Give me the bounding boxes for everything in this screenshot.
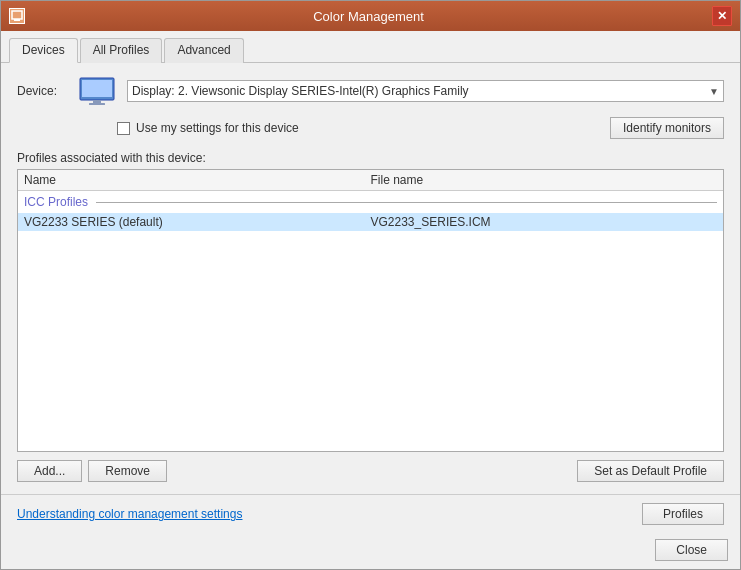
window-title: Color Management (25, 9, 712, 24)
device-row: Device: Display: 2. Viewsonic Display SE… (17, 75, 724, 107)
left-buttons: Add... Remove (17, 460, 167, 482)
svg-rect-0 (12, 11, 22, 19)
set-default-button[interactable]: Set as Default Profile (577, 460, 724, 482)
profile-name: VG2233 SERIES (default) (24, 215, 371, 229)
checkbox-group: Use my settings for this device (117, 121, 299, 135)
close-button[interactable]: Close (655, 539, 728, 561)
icc-group-header: ICC Profiles (18, 191, 723, 213)
close-window-button[interactable]: ✕ (712, 6, 732, 26)
footer-bar: Close (1, 533, 740, 569)
col-name-header: Name (24, 173, 371, 187)
title-bar: Color Management ✕ (1, 1, 740, 31)
window-icon (9, 8, 25, 24)
dropdown-arrow-icon: ▼ (709, 86, 719, 97)
profiles-section-label: Profiles associated with this device: (17, 151, 724, 165)
color-management-window: Color Management ✕ Devices All Profiles … (0, 0, 741, 570)
device-dropdown-text: Display: 2. Viewsonic Display SERIES-Int… (132, 84, 705, 98)
use-my-settings-label: Use my settings for this device (136, 121, 299, 135)
profiles-table: Name File name ICC Profiles VG2233 SERIE… (17, 169, 724, 452)
action-buttons-row: Add... Remove Set as Default Profile (17, 460, 724, 482)
svg-rect-3 (82, 80, 112, 97)
tab-all-profiles[interactable]: All Profiles (80, 38, 163, 63)
monitor-icon (77, 75, 117, 107)
identify-monitors-button[interactable]: Identify monitors (610, 117, 724, 139)
svg-rect-5 (89, 103, 105, 105)
profiles-section: Profiles associated with this device: Na… (17, 151, 724, 482)
table-row[interactable]: VG2233 SERIES (default) VG2233_SERIES.IC… (18, 213, 723, 231)
device-dropdown[interactable]: Display: 2. Viewsonic Display SERIES-Int… (127, 80, 724, 102)
table-header: Name File name (18, 170, 723, 191)
remove-button[interactable]: Remove (88, 460, 167, 482)
tab-devices[interactable]: Devices (9, 38, 78, 63)
svg-rect-1 (14, 19, 20, 21)
checkbox-row: Use my settings for this device Identify… (17, 117, 724, 139)
window-content: Devices All Profiles Advanced Device: (1, 31, 740, 569)
add-button[interactable]: Add... (17, 460, 82, 482)
tab-advanced[interactable]: Advanced (164, 38, 243, 63)
profile-filename: VG2233_SERIES.ICM (371, 215, 718, 229)
svg-rect-4 (93, 100, 101, 103)
col-filename-header: File name (371, 173, 718, 187)
tab-bar: Devices All Profiles Advanced (1, 31, 740, 63)
main-panel: Device: Display: 2. Viewsonic Display SE… (1, 63, 740, 494)
device-label: Device: (17, 84, 67, 98)
icc-group-label: ICC Profiles (24, 195, 88, 209)
bottom-bar: Understanding color management settings … (1, 494, 740, 533)
use-my-settings-checkbox[interactable] (117, 122, 130, 135)
profiles-button[interactable]: Profiles (642, 503, 724, 525)
table-body: ICC Profiles VG2233 SERIES (default) VG2… (18, 191, 723, 451)
help-link[interactable]: Understanding color management settings (17, 507, 242, 521)
icc-divider (96, 202, 717, 203)
